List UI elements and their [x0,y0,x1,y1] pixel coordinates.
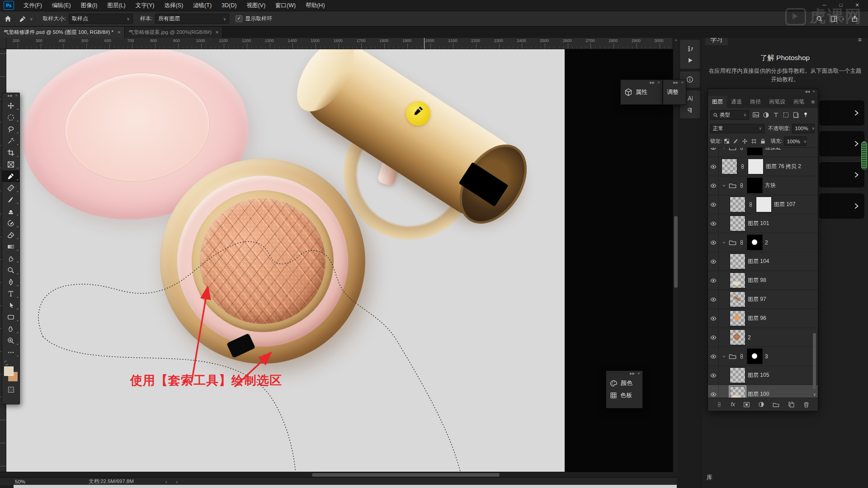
share-icon[interactable] [851,15,858,22]
layers-panel-tab-5[interactable]: 画笔 [789,96,808,108]
workspace-dropdown-icon[interactable]: ∨ [841,17,844,21]
lock-all-icon[interactable] [760,138,766,144]
layer-visibility-eye-icon[interactable] [708,233,719,252]
learn-scrollbar-thumb[interactable] [861,141,867,169]
new-group-button[interactable] [773,401,779,408]
layer-name[interactable]: 方块 [765,182,776,189]
delete-layer-button[interactable] [803,401,810,408]
layer-thumbnail[interactable] [730,310,745,326]
add-mask-button[interactable] [743,401,750,408]
layer-mask-thumbnail[interactable] [747,178,763,193]
maximize-button[interactable]: □ [833,0,849,10]
layer-visibility-eye-icon[interactable] [708,290,719,309]
layer-row-13[interactable]: 图层 105 [708,366,818,385]
learn-tutorial-card-1[interactable] [819,100,864,126]
group-collapse-icon[interactable] [722,147,726,150]
pen-tool[interactable] [2,276,19,288]
layer-name[interactable]: 图层 100 [748,390,769,398]
shape-tool[interactable] [2,311,19,323]
layers-scrollbar-thumb[interactable] [813,333,816,389]
edit-toolbar[interactable] [2,347,19,358]
crop-tool[interactable] [2,147,19,159]
menu-item-6[interactable]: 选择(S) [159,0,188,11]
layer-name[interactable]: 图层 96 [748,314,766,322]
mask-link-icon[interactable] [739,353,745,359]
tab-libraries[interactable]: 库 [707,474,712,482]
layer-row-9[interactable]: 图层 97 [708,290,818,309]
history-brush-tool[interactable] [2,217,19,229]
document-tab-2[interactable]: 气垫精修提案.jpg @ 200%(RGB/8#)✕ [125,27,223,38]
group-collapse-icon[interactable] [722,240,726,245]
link-layers-button[interactable] [716,401,722,408]
layer-row-8[interactable]: 图层 98 [708,271,818,290]
layer-thumbnail[interactable] [730,291,745,307]
layer-name[interactable]: 2 [748,334,751,341]
brush-tool[interactable] [2,194,19,206]
sample-select[interactable]: 所有图层∨ [155,14,229,24]
eyedropper-tool[interactable] [2,170,19,182]
mask-link-icon[interactable] [739,183,745,188]
status-collapse-icon[interactable]: ‹ [176,479,178,484]
menu-item-2[interactable]: 编辑(E) [47,0,76,11]
document-tab-1[interactable]: 气垫精修课件.psd @ 50% (图层 100, RGB/8#) *✕ [0,27,125,38]
menu-item-11[interactable]: 帮助(H) [301,0,330,11]
layer-mask-thumbnail[interactable] [747,147,763,155]
layer-row-10[interactable]: 图层 96 [708,309,818,328]
mask-link-icon[interactable] [739,147,745,150]
tool-preset-dropdown-icon[interactable]: ∨ [30,17,33,21]
layer-mask-thumbnail[interactable] [747,235,763,250]
layers-panel-menu-icon[interactable]: ≡ [811,96,818,108]
layer-visibility-eye-icon[interactable] [708,347,719,366]
menu-item-8[interactable]: 3D(D) [217,0,241,11]
fill-field[interactable]: 100%∨ [784,136,807,146]
layers-panel-tab-2[interactable]: 通道 [727,96,746,108]
filter-shape-layers-icon[interactable] [783,112,789,118]
mask-link-icon[interactable] [740,164,745,169]
lock-position-icon[interactable] [742,138,748,144]
lock-pixels-icon[interactable] [733,138,739,144]
eraser-tool[interactable] [2,229,19,241]
layers-panel-tab-1[interactable]: 图层 [708,96,727,108]
magic-wand-tool[interactable] [2,135,19,147]
menu-item-3[interactable]: 图像(I) [76,0,103,11]
layer-row-1[interactable]: 连接处 [708,147,818,157]
menu-item-1[interactable]: 文件(F) [19,0,47,11]
filter-image-layers-icon[interactable] [752,111,760,118]
expand-icon[interactable]: ▶▶ [650,81,655,87]
layer-mask-thumbnail[interactable] [748,159,764,174]
layer-name[interactable]: 连接处 [765,147,781,151]
layers-panel-tab-3[interactable]: 路径 [746,96,765,108]
layer-visibility-eye-icon[interactable] [708,157,719,176]
layer-row-3[interactable]: 方块 [708,176,818,195]
layer-thumbnail[interactable] [730,272,745,288]
layer-name[interactable]: 图层 98 [748,277,766,284]
lock-transparency-icon[interactable] [724,138,730,144]
color-swatches-panel-collapsed[interactable]: ▶▶✕ 颜色 色板 [606,371,643,408]
layer-thumbnail[interactable] [730,367,745,383]
menu-item-7[interactable]: 滤镜(T) [188,0,217,11]
actions-panel-icon[interactable] [687,57,693,64]
menu-item-9[interactable]: 视图(V) [241,0,270,11]
layer-name[interactable]: 3 [765,353,768,360]
layer-thumbnail[interactable] [730,329,745,345]
layer-name[interactable]: 图层 101 [748,220,769,227]
layer-visibility-eye-icon[interactable] [708,176,719,195]
character-panel-icon[interactable] [686,95,693,102]
dodge-tool[interactable] [2,264,19,276]
new-layer-button[interactable] [788,401,795,408]
adjustments-panel-collapsed[interactable]: ▶▶✕ 调整 [663,80,686,105]
panel-close-icon[interactable]: ✕ [812,90,815,96]
zoom-level-field[interactable]: 50% [15,479,25,484]
layer-name[interactable]: 2 [765,239,768,246]
close-icon[interactable]: ✕ [657,81,660,87]
frame-tool[interactable] [2,159,19,170]
minimize-button[interactable]: ─ [816,0,833,10]
filter-adjustment-layers-icon[interactable] [763,112,769,118]
layer-visibility-eye-icon[interactable] [708,328,719,347]
expand-icon[interactable]: ▶▶ [630,372,635,378]
toolbar-close-icon[interactable]: ✕ [15,94,18,100]
vertical-scrollbar-thumb[interactable] [674,216,678,288]
horizontal-scrollbar-thumb[interactable] [312,473,500,477]
layer-filter-type-select[interactable]: 类型 ∨ [710,110,749,120]
group-collapse-icon[interactable] [722,183,726,188]
